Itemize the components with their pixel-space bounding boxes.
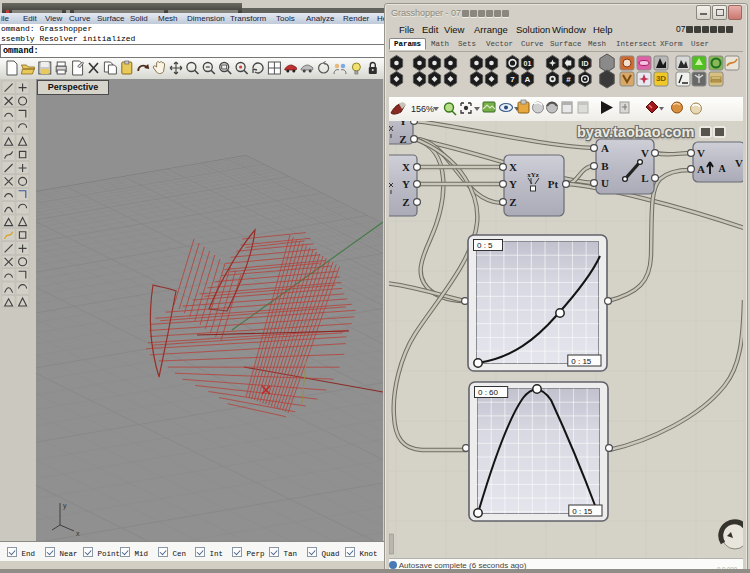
svg-text:01: 01 xyxy=(524,60,532,67)
svg-text:X: X xyxy=(509,161,517,173)
svg-text:B: B xyxy=(601,160,609,172)
svg-text:x: x xyxy=(76,530,80,537)
svg-text:0 : 15: 0 : 15 xyxy=(572,507,593,516)
svg-text:#: # xyxy=(566,75,571,84)
svg-text:Y: Y xyxy=(509,178,517,190)
svg-text:U: U xyxy=(601,177,609,189)
svg-text:A: A xyxy=(697,163,705,175)
svg-text:3D: 3D xyxy=(656,74,666,83)
svg-text:V: V xyxy=(735,157,743,169)
svg-text:y: y xyxy=(63,502,67,510)
svg-text:L: L xyxy=(641,172,648,184)
svg-text:xYz: xYz xyxy=(527,171,539,179)
svg-text:A: A xyxy=(718,163,726,174)
svg-text:7: 7 xyxy=(510,75,515,84)
svg-text:A: A xyxy=(525,75,531,84)
svg-text:A: A xyxy=(601,142,609,154)
svg-text:Pt: Pt xyxy=(548,178,559,190)
svg-text:0 : 5: 0 : 5 xyxy=(477,241,493,250)
svg-text:X: X xyxy=(402,161,410,173)
svg-text:V: V xyxy=(697,147,705,159)
svg-text:0 : 15: 0 : 15 xyxy=(571,357,592,366)
svg-text:156%: 156% xyxy=(411,104,434,114)
svg-text:Z: Z xyxy=(402,196,409,208)
svg-text:Z: Z xyxy=(509,196,516,208)
svg-text:Y: Y xyxy=(399,121,407,127)
svg-text:V: V xyxy=(641,147,649,159)
svg-text:Y: Y xyxy=(402,178,410,190)
svg-text:Z: Z xyxy=(399,133,406,145)
svg-text:ID: ID xyxy=(582,60,589,67)
svg-text:0 : 60: 0 : 60 xyxy=(478,388,499,397)
